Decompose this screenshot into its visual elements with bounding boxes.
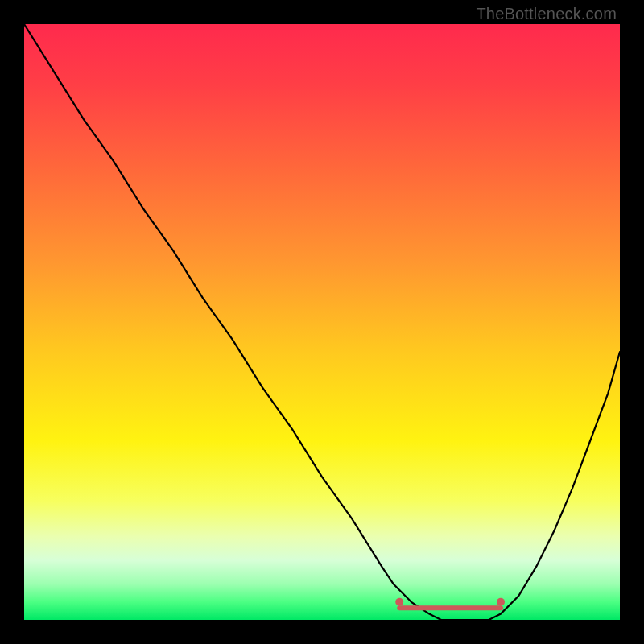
plot-area	[24, 24, 620, 620]
optimum-right-marker	[497, 598, 505, 606]
optimum-left-marker	[395, 598, 403, 606]
curve-layer	[24, 24, 620, 620]
bottleneck-curve	[24, 24, 620, 620]
watermark-text: TheBottleneck.com	[476, 5, 617, 23]
chart-frame: TheBottleneck.com	[0, 0, 644, 644]
